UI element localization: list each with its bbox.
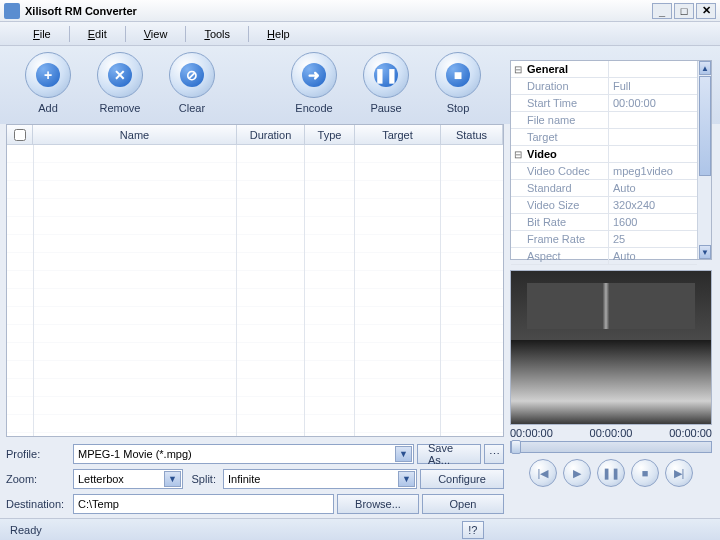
minimize-button[interactable]: _ [652,3,672,19]
configure-button[interactable]: Configure [420,469,504,489]
pause-button[interactable]: ❚❚Pause [350,52,422,124]
next-button[interactable]: ▶| [665,459,693,487]
split-label: Split: [186,473,220,485]
slider-knob[interactable] [511,440,521,454]
file-table[interactable]: Name Duration Type Target Status [6,124,504,437]
encode-button[interactable]: ➜Encode [278,52,350,124]
profile-select[interactable]: MPEG-1 Movie (*.mpg)▼ [73,444,414,464]
player-pause-button[interactable]: ❚❚ [597,459,625,487]
destination-input[interactable]: C:\Temp [73,494,334,514]
menu-tools[interactable]: Tools [186,28,248,40]
zoom-label: Zoom: [6,473,70,485]
player-stop-button[interactable]: ■ [631,459,659,487]
saveas-button[interactable]: Save As... [417,444,481,464]
table-body[interactable] [7,145,503,436]
col-name[interactable]: Name [33,125,237,144]
clear-button[interactable]: ⊘Clear [156,52,228,124]
add-button[interactable]: +Add [12,52,84,124]
browse-button[interactable]: Browse... [337,494,419,514]
preview-image [511,271,711,424]
col-type[interactable]: Type [305,125,355,144]
statusbar: Ready !? [0,518,720,540]
zoom-select[interactable]: Letterbox▼ [73,469,183,489]
app-icon [4,3,20,19]
menu-view[interactable]: View [126,28,186,40]
destination-label: Destination: [6,498,70,510]
menu-edit[interactable]: Edit [70,28,125,40]
profile-label: Profile: [6,448,70,460]
col-checkbox[interactable] [7,125,33,144]
prev-button[interactable]: |◀ [529,459,557,487]
chevron-down-icon[interactable]: ▼ [395,446,412,462]
props-scrollbar[interactable]: ▲ ▼ [697,61,711,259]
bottom-form: Profile: MPEG-1 Movie (*.mpg)▼ Save As..… [6,437,504,518]
stop-button[interactable]: ■Stop [422,52,494,124]
close-button[interactable]: ✕ [696,3,716,19]
status-text: Ready [10,524,42,536]
table-header: Name Duration Type Target Status [7,125,503,145]
menu-help[interactable]: Help [249,28,308,40]
menu-file[interactable]: File [15,28,69,40]
collapse-icon[interactable]: ⊟ [511,61,525,77]
window-title: Xilisoft RM Converter [25,5,652,17]
properties-panel[interactable]: ⊟General DurationFull Start Time00:00:00… [510,60,712,260]
scroll-down-icon[interactable]: ▼ [699,245,711,259]
help-button[interactable]: !? [462,521,484,539]
col-target[interactable]: Target [355,125,441,144]
col-status[interactable]: Status [441,125,503,144]
preview-panel [510,270,712,425]
play-button[interactable]: ▶ [563,459,591,487]
open-button[interactable]: Open [422,494,504,514]
scroll-up-icon[interactable]: ▲ [699,61,711,75]
split-select[interactable]: Infinite▼ [223,469,417,489]
profile-more-button[interactable]: ⋯ [484,444,504,464]
titlebar: Xilisoft RM Converter _ □ ✕ [0,0,720,22]
remove-button[interactable]: ✕Remove [84,52,156,124]
menubar: File Edit View Tools Help [0,22,720,46]
chevron-down-icon[interactable]: ▼ [164,471,181,487]
maximize-button[interactable]: □ [674,3,694,19]
col-duration[interactable]: Duration [237,125,305,144]
scroll-thumb[interactable] [699,76,711,176]
seek-slider[interactable] [510,441,712,453]
time-display: 00:00:00 00:00:00 00:00:00 [510,427,712,439]
collapse-icon[interactable]: ⊟ [511,146,525,162]
chevron-down-icon[interactable]: ▼ [398,471,415,487]
player-controls: |◀ ▶ ❚❚ ■ ▶| [510,459,712,487]
